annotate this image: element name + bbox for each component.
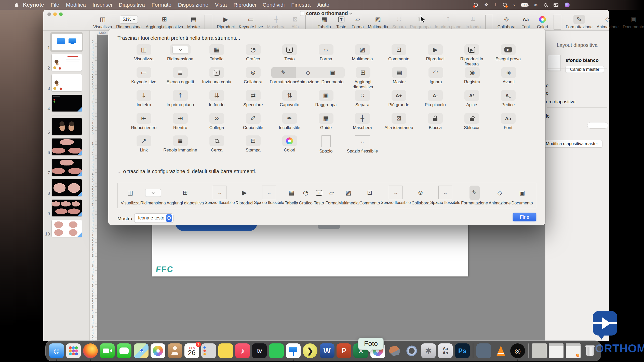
dock-preview-icon[interactable] xyxy=(476,343,491,358)
dialog-item-ridimensiona[interactable]: Ridimensiona xyxy=(162,44,198,67)
dock-window2-icon[interactable] xyxy=(566,343,581,358)
dialog-item-stampa[interactable]: ⊟Stampa xyxy=(235,135,271,154)
dialog-item-esegui-prova[interactable]: ▶Esegui prova xyxy=(490,44,526,67)
menu-item-disposizione[interactable]: Disposizione xyxy=(178,2,208,8)
default-item-spazio-flessibile[interactable]: ↔Spazio flessibile xyxy=(430,186,460,205)
dialog-item-collabora[interactable]: ⊚Collabora xyxy=(235,67,271,90)
dialog-item-indietro[interactable]: ↓Indietro xyxy=(126,90,162,107)
stepper-icon[interactable] xyxy=(166,214,172,222)
dialog-item-keynote-live[interactable]: ▭Keynote Live xyxy=(126,67,162,90)
done-button[interactable]: Fine xyxy=(513,213,536,221)
dialog-item-sblocca[interactable]: Sblocca xyxy=(453,113,490,130)
default-item-collabora[interactable]: ⊚Collabora xyxy=(411,186,430,205)
dialog-item-piu-grande[interactable]: A+Più grande xyxy=(381,90,417,107)
slide-thumbnail-7[interactable] xyxy=(52,159,82,176)
dialog-item-in-fondo[interactable]: ⇊In fondo xyxy=(198,90,235,107)
dialog-item-maschera[interactable]: ┼Maschera xyxy=(344,113,381,130)
dialog-item-incolla-stile[interactable]: ✒Incolla stile xyxy=(271,113,308,130)
dialog-item-rientro[interactable]: ⇥Rientro xyxy=(162,113,198,130)
dropdown-control[interactable] xyxy=(172,46,188,54)
dialog-item-invia-una-copia[interactable]: ↑Invia una copia xyxy=(198,67,235,90)
zoom-button[interactable] xyxy=(59,12,63,16)
dock-c4d-icon[interactable] xyxy=(387,343,402,358)
dock-numbers-icon[interactable] xyxy=(269,343,284,358)
dialog-item-pedice[interactable]: A₁Pedice xyxy=(490,90,526,107)
dock-notes-icon[interactable] xyxy=(218,343,233,358)
slide-thumbnail-8[interactable] xyxy=(52,179,82,196)
default-item-documento[interactable]: ▣Documento xyxy=(511,186,533,205)
slide-thumbnail-6[interactable] xyxy=(52,138,82,155)
dialog-item-forma[interactable]: ▱Forma xyxy=(308,44,344,67)
default-item-riproduci[interactable]: ▶Riproduci xyxy=(235,186,253,205)
dock-photoshop-icon[interactable]: Ps xyxy=(455,343,470,358)
dialog-item-apice[interactable]: A¹Apice xyxy=(453,90,490,107)
dialog-item-copia-stile[interactable]: ✐Copia stile xyxy=(235,113,271,130)
toolbar-item-forma[interactable]: ▱Forma xyxy=(350,15,366,29)
chevron-down-icon[interactable] xyxy=(350,12,352,15)
dock-settings-icon[interactable]: ✱ xyxy=(421,343,436,358)
toolbar-item-master[interactable]: ▤Master xyxy=(185,15,202,29)
status-obs-icon[interactable] xyxy=(474,3,478,7)
slide-thumbnail-9[interactable] xyxy=(52,200,82,216)
dialog-item-riproduci-in-finestra[interactable]: ▶Riproduci in finestra xyxy=(453,44,490,67)
toolbar-item-multimedia[interactable]: ▨Multimedia xyxy=(366,15,390,29)
menu-item-file[interactable]: File xyxy=(51,2,59,8)
slide-thumbnail-1[interactable] xyxy=(52,34,82,50)
dialog-item-multimedia[interactable]: ▨Multimedia xyxy=(344,44,381,67)
status-chevron-icon[interactable]: › xyxy=(513,3,515,7)
menu-item-riproduci[interactable]: Riproduci xyxy=(233,2,256,8)
dock-messages-icon[interactable] xyxy=(117,343,131,358)
dropdown-control[interactable] xyxy=(145,189,161,197)
dialog-item-regola-immagine[interactable]: ≣Regola immagine xyxy=(162,135,198,154)
slide-thumbnail-3[interactable] xyxy=(52,74,82,91)
status-control-center-icon[interactable] xyxy=(554,3,558,7)
slide-thumbnail-2[interactable] xyxy=(52,54,82,71)
toolbar-item-formattazione[interactable]: ✎Formattazione xyxy=(564,15,595,29)
toolbar-item-documento[interactable]: ▣Documento xyxy=(621,15,644,29)
dialog-item-spazio-flessibile[interactable]: ↔Spazio flessibile xyxy=(344,135,381,154)
toolbar-item-ridimensiona[interactable]: 51%Ridimensiona xyxy=(114,15,144,29)
status-siri-icon[interactable] xyxy=(565,3,570,7)
apple-menu-icon[interactable] xyxy=(15,3,19,7)
dock-vlc-icon[interactable] xyxy=(493,343,508,358)
dialog-item-alfa-istantaneo[interactable]: ⊠Alfa istantaneo xyxy=(381,113,417,130)
dialog-item-piu-piccolo[interactable]: A-Più piccolo xyxy=(417,90,453,107)
dialog-item-commento[interactable]: ⊡Commento xyxy=(381,44,417,67)
menu-item-diapositiva[interactable]: Diapositiva xyxy=(119,2,145,8)
dock-photos-icon[interactable] xyxy=(151,343,165,358)
dialog-item-grafico[interactable]: ◔Grafico xyxy=(235,44,271,67)
dock-reminders-icon[interactable] xyxy=(201,343,216,358)
toolbar-item-testo[interactable]: TTesto xyxy=(333,15,350,29)
dialog-item-font[interactable]: AaFont xyxy=(490,113,526,130)
dock-contacts-icon[interactable] xyxy=(168,343,182,358)
dock-arrow-icon[interactable]: ❯ xyxy=(303,343,317,358)
dock-maps-icon[interactable] xyxy=(134,343,149,358)
status-link-icon[interactable]: ∞ xyxy=(534,3,538,7)
slide-thumbnail-5[interactable] xyxy=(52,118,82,135)
collapsed-slides-divider[interactable] xyxy=(52,116,82,117)
dialog-item-capovolto[interactable]: ⇅Capovolto xyxy=(271,90,308,107)
status-dropbox-icon[interactable]: ❖ xyxy=(484,3,488,7)
toolbar-item-animazione[interactable]: ◇Animazione xyxy=(595,15,621,29)
dock-finder-icon[interactable]: ☺ xyxy=(49,343,64,358)
default-item-forma[interactable]: ▱Forma xyxy=(325,186,338,205)
menu-item-formato[interactable]: Formato xyxy=(152,2,171,8)
default-item-spazio-flessibile[interactable]: ↔Spazio flessibile xyxy=(381,186,411,205)
toolbar-item-tabella[interactable]: ▦Tabella xyxy=(316,15,333,29)
toolbar-item-keynote-live[interactable]: ▭Keynote Live xyxy=(237,15,265,29)
default-item-spazio-flessibile[interactable]: ↔Spazio flessibile xyxy=(254,186,284,205)
menu-item-keynote[interactable]: Keynote xyxy=(23,2,44,8)
dialog-item-ignora[interactable]: ◠Ignora xyxy=(418,67,454,90)
dialog-item-guide[interactable]: ▦Guide xyxy=(308,113,344,130)
dialog-item-tabella[interactable]: ▦Tabella xyxy=(198,44,235,67)
toolbar-item-font[interactable]: AaFont xyxy=(517,15,534,29)
dialog-item-documento[interactable]: ▣Documento xyxy=(320,67,345,90)
dock-fontbook-icon[interactable]: Aa Aα xyxy=(438,343,453,358)
minimize-button[interactable] xyxy=(53,12,57,16)
menu-item-inserisci[interactable]: Inserisci xyxy=(92,2,112,8)
default-item-animazione[interactable]: ◇Animazione xyxy=(489,186,511,205)
toolbar-item-riproduci[interactable]: ▶Riproduci xyxy=(215,15,237,29)
status-creative-cloud-icon[interactable] xyxy=(503,3,507,7)
default-item-testo[interactable]: TTesto xyxy=(313,186,325,205)
dialog-item-speculare[interactable]: ⇄Speculare xyxy=(235,90,271,107)
